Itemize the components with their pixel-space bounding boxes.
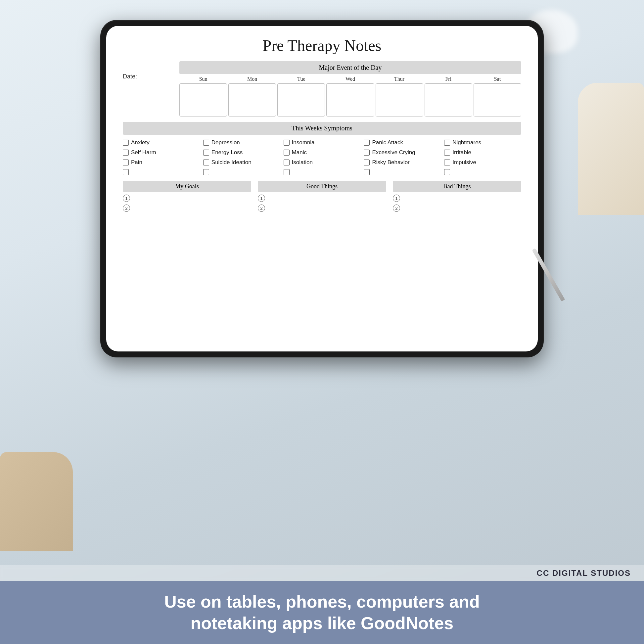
symptoms-label: This Weeks Symptoms [123,122,521,135]
goals-input-2[interactable] [132,205,251,211]
symptom-blank-5 [444,169,521,175]
symptom-impulsive: Impulsive [444,159,521,166]
bad-input-1[interactable] [402,195,521,201]
symptom-anxiety: Anxiety [123,139,200,146]
date-input-line[interactable] [140,73,179,80]
day-col-mon: Mon [228,76,276,116]
tagline-line-2: notetaking apps like GoodNotes [191,614,454,633]
day-box-wed[interactable] [326,83,374,116]
good-line-2: 2 [258,205,386,212]
symptom-energyloss: Energy Loss [203,149,280,156]
day-label-fri: Fri [445,76,451,82]
goals-line-1: 1 [123,195,251,202]
symptom-excessivecrying: Excessive Crying [364,149,441,156]
day-box-thur[interactable] [376,83,423,116]
checkbox-excessivecrying[interactable] [364,150,370,156]
label-depression: Depression [211,139,240,146]
checkbox-irritable[interactable] [444,150,450,156]
label-manic: Manic [292,149,307,156]
day-label-wed: Wed [345,76,355,82]
checkbox-blank-5[interactable] [444,169,450,175]
day-col-thur: Thur [376,76,423,116]
day-box-sun[interactable] [179,83,227,116]
day-label-thur: Thur [394,76,404,82]
top-row: Date: Major Event of the Day Sun Mon [123,61,521,116]
symptoms-grid: Anxiety Self Harm Pain [123,139,521,175]
goals-header: My Goals [123,181,251,192]
label-panicattack: Panic Attack [372,139,403,146]
good-num-2: 2 [258,205,265,212]
symptom-isolation: Isolation [284,159,361,166]
checkbox-selfharm[interactable] [123,150,129,156]
good-line-1: 1 [258,195,386,202]
symptoms-col-2: Depression Energy Loss Suicide Ideation [203,139,280,175]
day-box-mon[interactable] [228,83,276,116]
checkbox-blank-2[interactable] [203,169,209,175]
day-box-sat[interactable] [474,83,521,116]
checkbox-impulsive[interactable] [444,160,450,165]
goals-num-2: 2 [123,205,130,212]
goals-input-1[interactable] [132,195,251,201]
bad-num-1: 1 [393,195,400,202]
symptom-irritable: Irritable [444,149,521,156]
symptoms-col-5: Nightmares Irritable Impulsive [444,139,521,175]
label-anxiety: Anxiety [131,139,150,146]
checkbox-isolation[interactable] [284,160,290,165]
checkbox-pain[interactable] [123,160,129,165]
label-suicideideation: Suicide Ideation [211,159,252,166]
goals-section: My Goals 1 2 [123,181,251,212]
symptom-pain: Pain [123,159,200,166]
checkbox-blank-3[interactable] [284,169,290,175]
symptom-nightmares: Nightmares [444,139,521,146]
checkbox-manic[interactable] [284,150,290,156]
blank-line-5[interactable] [452,169,482,175]
day-box-fri[interactable] [425,83,472,116]
blank-line-2[interactable] [211,169,241,175]
checkbox-nightmares[interactable] [444,140,450,146]
checkbox-riskybehavior[interactable] [364,160,370,165]
day-label-sun: Sun [199,76,207,82]
checkbox-panicattack[interactable] [364,140,370,146]
day-col-sun: Sun [179,76,227,116]
checkbox-insomnia[interactable] [284,140,290,146]
tablet-device: Pre Therapy Notes Date: Major Event of t… [100,20,544,357]
label-irritable: Irritable [452,149,471,156]
checkbox-suicideideation[interactable] [203,160,209,165]
tagline-text: Use on tables, phones, computers and not… [20,591,624,634]
good-input-1[interactable] [267,195,386,201]
day-col-sat: Sat [474,76,521,116]
label-impulsive: Impulsive [452,159,476,166]
day-label-tue: Tue [297,76,305,82]
label-riskybehavior: Risky Behavior [372,159,409,166]
symptoms-col-4: Panic Attack Excessive Crying Risky Beha… [364,139,441,175]
blank-line-4[interactable] [372,169,402,175]
bad-input-2[interactable] [402,205,521,211]
day-label-mon: Mon [247,76,257,82]
symptom-panicattack: Panic Attack [364,139,441,146]
blank-line-1[interactable] [131,169,161,175]
tablet-wrapper: Pre Therapy Notes Date: Major Event of t… [100,20,544,357]
major-event-section: Major Event of the Day Sun Mon Tue [179,61,521,116]
symptom-riskybehavior: Risky Behavior [364,159,441,166]
date-label: Date: [123,73,137,80]
bad-things-header: Bad Things [393,181,521,192]
tagline-line-1: Use on tables, phones, computers and [164,592,480,611]
tablet-screen: Pre Therapy Notes Date: Major Event of t… [106,26,538,351]
blank-line-3[interactable] [292,169,322,175]
day-col-wed: Wed [326,76,374,116]
checkbox-energyloss[interactable] [203,150,209,156]
checkbox-anxiety[interactable] [123,140,129,146]
good-things-header: Good Things [258,181,386,192]
checkbox-depression[interactable] [203,140,209,146]
arm-right [578,83,644,215]
checkbox-blank-4[interactable] [364,169,370,175]
good-input-2[interactable] [267,205,386,211]
checkbox-blank-1[interactable] [123,169,129,175]
bad-num-2: 2 [393,205,400,212]
page-title: Pre Therapy Notes [123,36,521,55]
date-section: Date: [123,61,179,80]
tagline-banner: Use on tables, phones, computers and not… [0,581,644,644]
day-box-tue[interactable] [277,83,325,116]
day-col-tue: Tue [277,76,325,116]
symptom-insomnia: Insomnia [284,139,361,146]
